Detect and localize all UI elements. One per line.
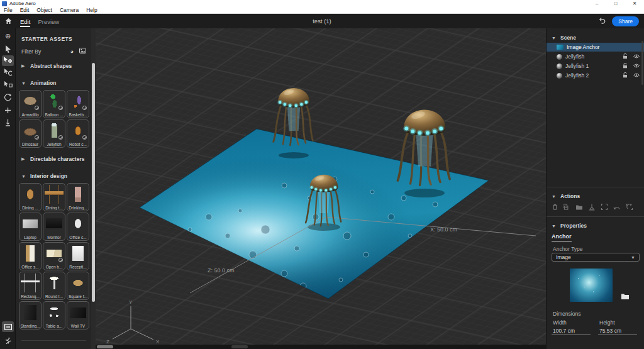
- section-directable-characters[interactable]: ▶ Directable characters: [16, 148, 91, 165]
- height-input[interactable]: 75.53 cm: [598, 327, 637, 335]
- asset-card-laptop[interactable]: Laptop: [19, 213, 42, 241]
- share-button[interactable]: Share: [612, 16, 639, 26]
- animated-badge-icon: [58, 106, 63, 110]
- behaviors-icon[interactable]: [2, 335, 14, 346]
- visibility-eye-icon[interactable]: [633, 53, 640, 60]
- section-interior-design[interactable]: ▼ Interior design: [16, 165, 91, 182]
- scene-item-jellyfish-2[interactable]: Jellyfish 2: [547, 71, 644, 80]
- drop-pivot-icon[interactable]: [588, 202, 596, 213]
- scale-tool-icon[interactable]: [2, 80, 14, 91]
- move-tool-icon[interactable]: [2, 55, 14, 66]
- menu-object[interactable]: Object: [33, 7, 56, 13]
- animated-badge-icon: [82, 135, 87, 140]
- orbit-tool-icon[interactable]: [2, 92, 14, 103]
- viewport-3d[interactable]: Z: 50.0 cm X: 50.0 cm Y X Z: [96, 28, 546, 349]
- asset-card-table-stools[interactable]: Table a...: [43, 301, 65, 330]
- menu-file[interactable]: File: [0, 7, 16, 13]
- delete-icon[interactable]: [552, 202, 558, 213]
- filter-image-icon[interactable]: [79, 48, 86, 55]
- menu-camera[interactable]: Camera: [56, 7, 82, 13]
- asset-card-jellyfish[interactable]: Jellyfish: [43, 119, 65, 148]
- visibility-eye-icon[interactable]: [633, 63, 640, 69]
- add-asset-icon[interactable]: ⊕: [2, 31, 14, 42]
- asset-card-square-table[interactable]: Square f...: [67, 272, 89, 300]
- tab-edit[interactable]: Edit: [16, 16, 34, 27]
- asset-card-basketball[interactable]: Basketb...: [67, 90, 89, 118]
- lock-icon[interactable]: [623, 63, 628, 70]
- app-icon: [2, 1, 7, 6]
- section-abstract-shapes[interactable]: ▶ Abstract shapes: [16, 55, 91, 72]
- filter-3d-icon[interactable]: ◕: [70, 48, 74, 55]
- divider: [547, 187, 644, 187]
- asset-card-office-shelf[interactable]: Office s...: [19, 242, 42, 270]
- chevron-down-icon: ▼: [21, 174, 26, 179]
- panel-divider: [21, 340, 86, 341]
- frame-icon[interactable]: [601, 202, 608, 213]
- scene-item-jellyfish[interactable]: Jellyfish: [547, 52, 644, 61]
- drop-to-ground-icon[interactable]: [2, 117, 14, 128]
- lock-icon[interactable]: [623, 53, 628, 60]
- dimensions-label: Dimensions: [553, 311, 580, 317]
- asset-thumbnail: [69, 185, 87, 204]
- scene-section-header[interactable]: ▼ Scene: [552, 35, 576, 41]
- anchor-type-select[interactable]: Image ▼: [552, 253, 640, 262]
- asset-card-round-table[interactable]: Round t...: [43, 272, 65, 300]
- rotate-tool-icon[interactable]: [2, 67, 14, 78]
- asset-thumbnail: [69, 244, 87, 263]
- scene-item-jellyfish-1[interactable]: Jellyfish 1: [547, 62, 644, 70]
- anchor-image-preview[interactable]: [570, 269, 613, 302]
- asset-thumbnail: [69, 274, 87, 292]
- tab-preview[interactable]: Preview: [34, 16, 63, 27]
- visibility-eye-icon[interactable]: [633, 72, 640, 79]
- properties-section-header[interactable]: ▼ Properties: [552, 223, 587, 229]
- replace-icon[interactable]: [626, 202, 633, 213]
- chevron-right-icon: ▶: [21, 157, 26, 162]
- asset-card-monitor[interactable]: Monitor: [43, 213, 65, 241]
- scene-scrollbar[interactable]: [641, 41, 643, 85]
- section-animation[interactable]: ▼ Animation: [16, 72, 91, 89]
- tool-column: ⊕: [0, 28, 16, 349]
- asset-card-robot[interactable]: Robot c...: [67, 119, 89, 148]
- duplicate-icon[interactable]: [564, 202, 570, 213]
- width-input[interactable]: 100.7 cm: [552, 327, 591, 335]
- maximize-icon[interactable]: □: [606, 0, 625, 7]
- asset-card-dinosaur[interactable]: Dinosaur: [19, 119, 42, 148]
- interior-cards: Dining ... Dining t... Drinking... Lapto…: [16, 182, 91, 330]
- tab-anchor[interactable]: Anchor: [552, 233, 572, 241]
- lock-icon[interactable]: [623, 72, 628, 79]
- minimize-icon[interactable]: –: [587, 0, 606, 7]
- asset-card-office-chair[interactable]: Office c...: [67, 213, 89, 241]
- chevron-down-icon: ▼: [552, 224, 556, 228]
- asset-card-reception[interactable]: Recepti...: [67, 242, 89, 270]
- asset-card-armadillo[interactable]: Armadillo: [19, 90, 42, 118]
- undo-icon[interactable]: [597, 16, 606, 27]
- add-anchor-icon[interactable]: [2, 105, 14, 116]
- asset-card-dining-chair[interactable]: Dining ...: [19, 183, 42, 211]
- actions-section-header[interactable]: ▼ Actions: [552, 193, 580, 199]
- asset-card-standing[interactable]: Standing...: [19, 301, 42, 330]
- group-folder-icon[interactable]: [575, 202, 583, 213]
- select-tool-icon[interactable]: [2, 43, 14, 54]
- axis-y-label: Y: [129, 299, 133, 305]
- asset-card-wall-tv[interactable]: Wall TV: [67, 301, 89, 330]
- asset-card-open-book[interactable]: Open b...: [43, 242, 65, 270]
- animated-badge-icon: [35, 106, 39, 110]
- assets-scrollbar[interactable]: [91, 28, 96, 349]
- asset-card-drinking[interactable]: Drinking...: [67, 183, 89, 211]
- asset-card-balloon[interactable]: Balloon ...: [43, 90, 65, 118]
- asset-card-rectangular-table[interactable]: Rectang...: [19, 272, 42, 300]
- browse-folder-icon[interactable]: [621, 291, 630, 302]
- home-icon[interactable]: [0, 18, 16, 25]
- menubar: File Edit Object Camera Help: [0, 7, 644, 14]
- starter-assets-panel-icon[interactable]: [2, 321, 14, 332]
- viewport-hscrollbar[interactable]: [96, 345, 546, 349]
- flip-icon[interactable]: [613, 202, 621, 213]
- menu-edit[interactable]: Edit: [16, 7, 33, 13]
- animation-cards: Armadillo Balloon ... Basketb... Dinosau…: [16, 89, 91, 148]
- document-title: test (1): [0, 18, 644, 25]
- scene-item-image-anchor[interactable]: Image Anchor: [547, 43, 644, 52]
- asset-card-dining-table[interactable]: Dining t...: [43, 183, 65, 211]
- menu-help[interactable]: Help: [82, 7, 101, 13]
- close-icon[interactable]: ✕: [625, 0, 644, 7]
- animated-badge-icon: [58, 135, 63, 140]
